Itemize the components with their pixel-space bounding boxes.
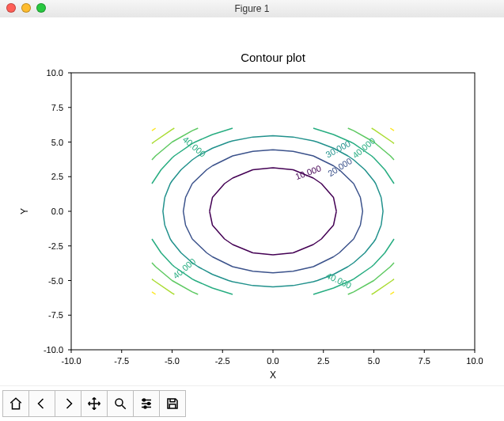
search-icon <box>113 396 127 411</box>
svg-rect-0 <box>71 73 475 350</box>
save-button[interactable] <box>159 390 186 417</box>
svg-text:10.0: 10.0 <box>466 356 483 366</box>
svg-text:2.5: 2.5 <box>317 356 329 366</box>
svg-text:0.0: 0.0 <box>267 356 279 366</box>
svg-text:-2.5: -2.5 <box>215 356 230 366</box>
svg-text:5.0: 5.0 <box>368 356 380 366</box>
pan-button[interactable] <box>81 390 107 417</box>
svg-point-50 <box>144 406 146 408</box>
svg-text:0.0: 0.0 <box>51 207 63 216</box>
configure-button[interactable] <box>133 390 159 417</box>
svg-text:7.5: 7.5 <box>419 356 430 366</box>
arrow-left-icon <box>35 396 49 411</box>
svg-text:Contour plot: Contour plot <box>241 51 306 64</box>
svg-point-47 <box>116 399 123 406</box>
svg-text:7.5: 7.5 <box>51 103 63 112</box>
window-title: Figure 1 <box>0 3 504 14</box>
svg-text:-5.0: -5.0 <box>165 356 180 366</box>
titlebar: Figure 1 <box>0 0 504 18</box>
svg-text:-10.0: -10.0 <box>61 356 81 366</box>
home-button[interactable] <box>2 390 28 417</box>
forward-button[interactable] <box>55 390 81 417</box>
arrow-right-icon <box>61 396 75 411</box>
svg-point-48 <box>143 399 146 401</box>
minimize-icon[interactable] <box>21 3 31 13</box>
svg-text:2.5: 2.5 <box>51 172 63 181</box>
back-button[interactable] <box>28 390 55 417</box>
save-icon <box>165 396 180 411</box>
close-icon[interactable] <box>6 3 16 13</box>
svg-text:-2.5: -2.5 <box>48 241 63 251</box>
svg-text:-7.5: -7.5 <box>48 310 63 320</box>
svg-text:Y: Y <box>19 208 30 214</box>
svg-text:-5.0: -5.0 <box>48 276 63 286</box>
matplotlib-toolbar <box>0 385 504 421</box>
svg-text:-7.5: -7.5 <box>114 356 129 366</box>
figure-canvas[interactable]: -10.0-7.5-5.0-2.50.02.55.07.510.0-10.0-7… <box>0 17 504 391</box>
move-icon <box>87 396 101 411</box>
window-controls <box>6 3 46 13</box>
svg-text:10.0: 10.0 <box>47 68 63 78</box>
zoom-button[interactable] <box>107 390 133 417</box>
svg-text:10.000: 10.000 <box>294 163 323 181</box>
svg-point-49 <box>148 403 150 405</box>
sliders-icon <box>139 396 153 411</box>
home-icon <box>9 396 23 411</box>
zoom-window-icon[interactable] <box>36 3 46 13</box>
svg-text:-10.0: -10.0 <box>44 345 63 355</box>
svg-text:5.0: 5.0 <box>51 138 63 147</box>
plot-svg: -10.0-7.5-5.0-2.50.02.55.07.510.0-10.0-7… <box>0 17 504 389</box>
svg-text:40.000: 40.000 <box>171 256 197 281</box>
svg-text:X: X <box>270 370 276 381</box>
svg-text:40.000: 40.000 <box>325 271 354 290</box>
figure-window: Figure 1 -10.0-7.5-5.0-2.50.02.55.07.510… <box>0 0 504 421</box>
svg-text:20.000: 20.000 <box>326 156 354 178</box>
